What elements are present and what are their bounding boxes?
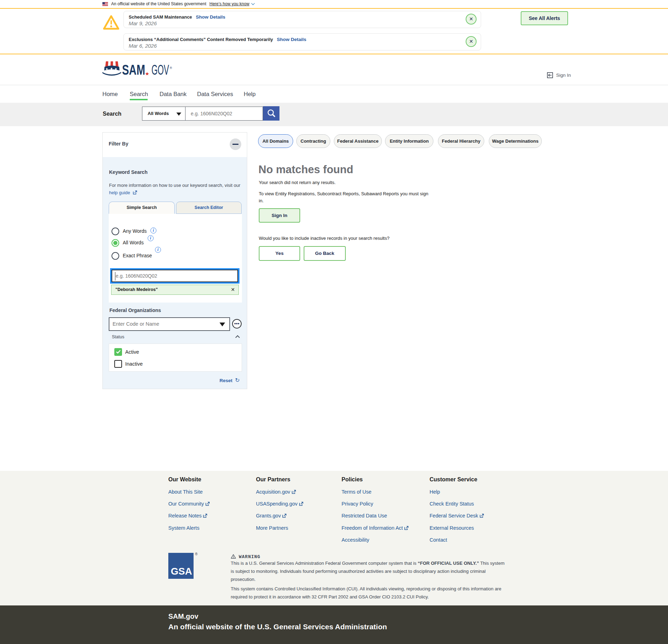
svg-text:®: ® — [170, 66, 172, 70]
svg-text:GOV: GOV — [151, 62, 169, 77]
svg-text:SAM: SAM — [122, 62, 145, 78]
